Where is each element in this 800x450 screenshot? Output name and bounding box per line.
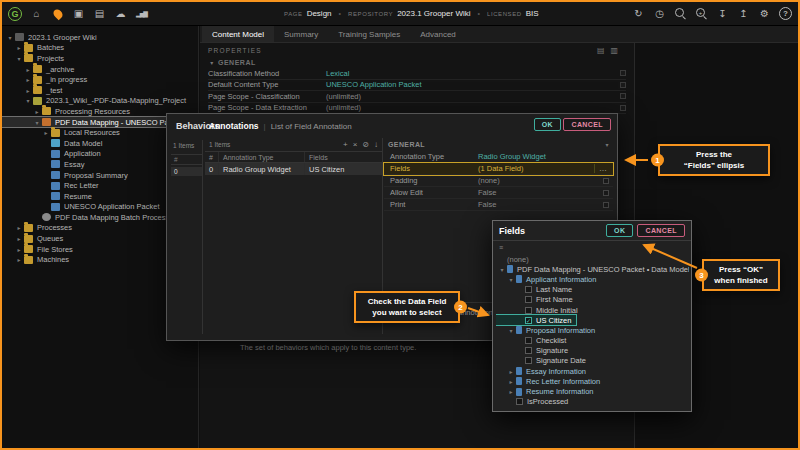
fields-tree-item[interactable]: Middle Initial — [496, 305, 689, 315]
chevron-down-icon[interactable]: ▾ — [15, 55, 23, 62]
settings-icon[interactable]: ⚙ — [758, 7, 771, 20]
reset-box[interactable] — [620, 82, 626, 88]
chevron-right-icon[interactable]: ▸ — [507, 378, 515, 385]
search-icon[interactable] — [674, 7, 687, 20]
checkbox[interactable]: ✓ — [525, 317, 532, 324]
chevron-down-icon[interactable]: ▾ — [507, 276, 515, 283]
checkbox[interactable] — [525, 357, 532, 364]
chevron-right-icon[interactable]: ▸ — [24, 66, 32, 73]
move-down-icon[interactable]: ↓ — [374, 140, 378, 149]
column-header[interactable]: Annotation Type — [219, 152, 305, 162]
chart-icon[interactable]: ▂▅▇ — [135, 7, 148, 20]
tree-item[interactable]: ▸_test — [2, 85, 198, 96]
add-icon[interactable]: + — [343, 140, 348, 149]
property-row[interactable]: Annotation TypeRadio Group Widget — [384, 151, 613, 163]
chevron-right-icon[interactable]: ▸ — [507, 388, 515, 395]
property-row[interactable]: Classification MethodLexical — [208, 68, 626, 80]
tree-item[interactable]: ▾2023.1_Wiki_-PDF-Data-Mapping_Project — [2, 96, 198, 107]
page-value[interactable]: Design — [307, 9, 332, 18]
list-item[interactable]: 0 — [171, 167, 202, 176]
fields-tree-item[interactable]: ✓US Citizen — [496, 315, 576, 325]
checkbox[interactable] — [516, 398, 523, 405]
chevron-right-icon[interactable]: ▸ — [15, 224, 23, 231]
chevron-right-icon[interactable]: ▸ — [15, 246, 23, 253]
fields-tree-item[interactable]: ▸Resume Information — [496, 386, 689, 396]
chevron-down-icon[interactable]: ▾ — [6, 34, 14, 41]
chevron-right-icon[interactable]: ▸ — [507, 368, 515, 375]
fields-tree-item[interactable]: ▾Proposal Information — [496, 325, 689, 335]
reset-box[interactable] — [620, 70, 626, 76]
tab-content-model[interactable]: Content Model — [202, 26, 274, 42]
fields-tree-item[interactable]: ▸Rec Letter Information — [496, 376, 689, 386]
fields-tree-item[interactable]: Checklist — [496, 336, 689, 346]
property-row[interactable]: PrintFalse — [384, 199, 613, 211]
upload-icon[interactable]: ↥ — [737, 7, 750, 20]
reset-box[interactable] — [603, 190, 609, 196]
table-row[interactable]: 0 Radio Group Widget US Citizen — [205, 163, 382, 175]
property-row[interactable]: Fields(1 Data Field)… — [384, 163, 613, 175]
home-icon[interactable]: ⌂ — [30, 7, 43, 20]
tab-summary[interactable]: Summary — [274, 26, 328, 42]
tree-item[interactable]: ▾PDF Data Mapping - UNESCO Packet — [2, 117, 188, 128]
tab-advanced[interactable]: Advanced — [410, 26, 466, 42]
save-icon[interactable]: ▣ — [72, 7, 85, 20]
ellipsis-button[interactable]: … — [594, 164, 611, 173]
fields-tree-item[interactable]: IsProcessed — [496, 397, 689, 407]
download-icon[interactable]: ↧ — [716, 7, 729, 20]
cancel-button[interactable]: CANCEL — [563, 118, 611, 131]
checkbox[interactable] — [525, 296, 532, 303]
storage-icon[interactable]: ▤ — [93, 7, 106, 20]
reset-box[interactable] — [603, 178, 609, 184]
chevron-right-icon[interactable]: ▸ — [24, 87, 32, 94]
fields-tree-item[interactable]: ▾Applicant Information — [496, 274, 689, 284]
history-icon[interactable]: ◷ — [653, 7, 666, 20]
reset-box[interactable] — [620, 105, 626, 111]
reset-box[interactable] — [620, 93, 626, 99]
property-row[interactable]: Page Scope - Classification(unlimited) — [208, 91, 626, 103]
zoom-in-icon[interactable] — [695, 7, 708, 20]
checkbox[interactable] — [525, 347, 532, 354]
checkbox[interactable] — [525, 307, 532, 314]
tree-item[interactable]: ▸_archive — [2, 64, 198, 75]
chevron-down-icon[interactable]: ▾ — [498, 266, 506, 273]
tree-item[interactable]: ▾Projects — [2, 53, 198, 64]
chevron-right-icon[interactable]: ▸ — [33, 108, 41, 115]
chevron-right-icon[interactable]: ▸ — [15, 44, 23, 51]
cancel-button[interactable]: CANCEL — [637, 224, 685, 237]
reset-box[interactable] — [603, 202, 609, 208]
fields-tree-item[interactable]: ▸Essay Information — [496, 366, 689, 376]
fields-tree-item[interactable]: ▾PDF Data Mapping - UNESCO Packet • Data… — [496, 264, 689, 274]
general-section-header[interactable]: GENERAL ▾ — [384, 138, 613, 151]
fields-tree-item[interactable]: Signature — [496, 346, 689, 356]
chevron-right-icon[interactable]: ▸ — [24, 76, 32, 83]
column-header[interactable]: Fields — [305, 152, 382, 162]
chevron-right-icon[interactable]: ▸ — [15, 235, 23, 242]
checkbox[interactable] — [525, 337, 532, 344]
chevron-down-icon[interactable]: ▾ — [606, 141, 609, 148]
tree-item[interactable]: ▾2023.1 Grooper Wiki — [2, 32, 198, 43]
flame-icon[interactable] — [51, 7, 64, 20]
chevron-right-icon[interactable]: ▸ — [15, 256, 23, 263]
chevron-down-icon[interactable]: ▾ — [33, 119, 41, 126]
ok-button[interactable]: OK — [534, 118, 561, 131]
fields-tree-item[interactable]: First Name — [496, 295, 689, 305]
expand-all-icon[interactable]: ▤ — [597, 46, 605, 55]
chevron-right-icon[interactable]: ▸ — [42, 129, 50, 136]
remove-icon[interactable]: × — [353, 140, 358, 149]
tab-training-samples[interactable]: Training Samples — [328, 26, 410, 42]
fields-tree-item[interactable]: Signature Date — [496, 356, 689, 366]
repository-value[interactable]: 2023.1 Grooper Wiki — [397, 9, 470, 18]
cloud-icon[interactable]: ☁ — [114, 7, 127, 20]
column-header[interactable]: # — [205, 152, 219, 162]
help-icon[interactable]: ? — [779, 7, 792, 20]
property-row[interactable]: Allow EditFalse — [384, 187, 613, 199]
collapse-all-icon[interactable]: ▥ — [610, 46, 618, 55]
fields-tree-item[interactable]: Last Name — [496, 285, 689, 295]
filter-icon[interactable]: ≡ — [499, 244, 503, 251]
column-header[interactable]: # — [171, 154, 202, 165]
checkbox[interactable] — [525, 286, 532, 293]
fields-tree-item[interactable]: (none) — [496, 254, 689, 264]
grooper-logo[interactable]: G — [8, 7, 22, 21]
chevron-down-icon[interactable]: ▾ — [507, 327, 515, 334]
ok-button[interactable]: OK — [606, 224, 633, 237]
